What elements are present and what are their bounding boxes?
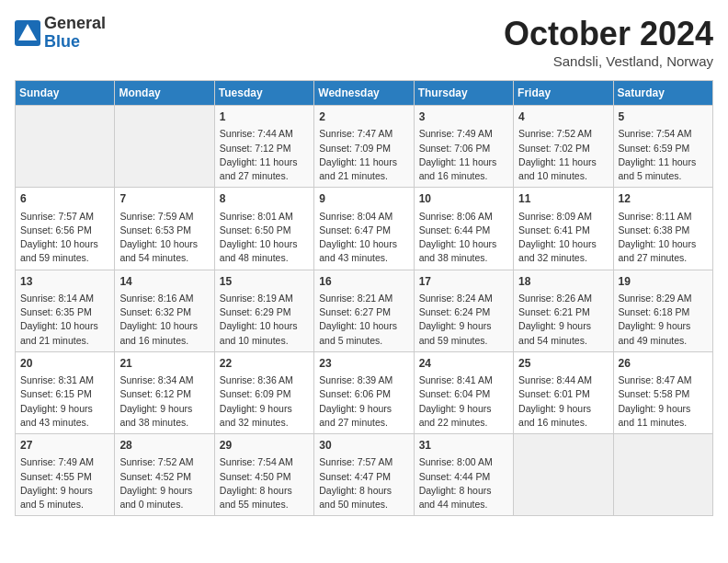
calendar-day-cell: 6Sunrise: 7:57 AMSunset: 6:56 PMDaylight… <box>16 188 115 270</box>
day-number: 1 <box>220 109 309 125</box>
day-info: Sunrise: 7:59 AMSunset: 6:53 PMDaylight:… <box>119 210 209 266</box>
day-number: 12 <box>619 191 708 207</box>
calendar-day-cell <box>16 106 115 188</box>
page-header: General Blue October 2024 Sandsli, Vestl… <box>15 15 713 69</box>
day-info: Sunrise: 8:36 AMSunset: 6:09 PMDaylight:… <box>220 373 309 430</box>
calendar-day-cell: 16Sunrise: 8:21 AMSunset: 6:27 PMDayligh… <box>314 270 414 351</box>
title-block: October 2024 Sandsli, Vestland, Norway <box>504 15 713 69</box>
day-number: 28 <box>119 438 209 454</box>
calendar-day-cell: 21Sunrise: 8:34 AMSunset: 6:12 PMDayligh… <box>115 351 214 433</box>
day-info: Sunrise: 7:52 AMSunset: 7:02 PMDaylight:… <box>518 127 608 183</box>
calendar-body: 1Sunrise: 7:44 AMSunset: 7:12 PMDaylight… <box>16 106 713 516</box>
day-number: 10 <box>419 191 508 207</box>
calendar-week-row: 20Sunrise: 8:31 AMSunset: 6:15 PMDayligh… <box>16 351 713 433</box>
day-number: 2 <box>319 109 408 125</box>
day-info: Sunrise: 7:49 AMSunset: 4:55 PMDaylight:… <box>20 455 109 511</box>
calendar-week-row: 27Sunrise: 7:49 AMSunset: 4:55 PMDayligh… <box>16 434 713 516</box>
calendar-day-cell: 26Sunrise: 8:47 AMSunset: 5:58 PMDayligh… <box>613 351 712 433</box>
logo-blue: Blue <box>44 33 106 52</box>
logo-icon <box>15 20 40 46</box>
day-info: Sunrise: 8:01 AMSunset: 6:50 PMDaylight:… <box>220 210 309 266</box>
calendar-day-cell: 23Sunrise: 8:39 AMSunset: 6:06 PMDayligh… <box>314 351 414 433</box>
weekday-header-cell: Friday <box>514 81 613 106</box>
day-info: Sunrise: 8:41 AMSunset: 6:04 PMDaylight:… <box>419 373 508 430</box>
day-info: Sunrise: 8:26 AMSunset: 6:21 PMDaylight:… <box>518 292 608 348</box>
day-number: 29 <box>220 438 309 454</box>
day-number: 9 <box>319 191 408 207</box>
calendar-day-cell <box>613 434 712 516</box>
calendar-day-cell: 2Sunrise: 7:47 AMSunset: 7:09 PMDaylight… <box>314 106 414 188</box>
day-number: 6 <box>20 191 109 207</box>
calendar-table: SundayMondayTuesdayWednesdayThursdayFrid… <box>15 80 713 516</box>
day-info: Sunrise: 8:19 AMSunset: 6:29 PMDaylight:… <box>220 292 309 348</box>
location: Sandsli, Vestland, Norway <box>504 53 713 69</box>
day-number: 23 <box>319 356 408 372</box>
calendar-day-cell: 24Sunrise: 8:41 AMSunset: 6:04 PMDayligh… <box>414 351 513 433</box>
weekday-header-cell: Monday <box>115 81 214 106</box>
day-number: 4 <box>518 109 608 125</box>
calendar-day-cell: 27Sunrise: 7:49 AMSunset: 4:55 PMDayligh… <box>16 434 115 516</box>
day-number: 7 <box>119 191 209 207</box>
day-info: Sunrise: 8:11 AMSunset: 6:38 PMDaylight:… <box>619 210 708 266</box>
calendar-day-cell: 18Sunrise: 8:26 AMSunset: 6:21 PMDayligh… <box>514 270 613 351</box>
calendar-day-cell: 4Sunrise: 7:52 AMSunset: 7:02 PMDaylight… <box>514 106 613 188</box>
day-info: Sunrise: 7:44 AMSunset: 7:12 PMDaylight:… <box>220 127 309 183</box>
calendar-day-cell: 31Sunrise: 8:00 AMSunset: 4:44 PMDayligh… <box>414 434 513 516</box>
day-info: Sunrise: 8:31 AMSunset: 6:15 PMDaylight:… <box>20 373 109 430</box>
weekday-header-cell: Wednesday <box>314 81 414 106</box>
weekday-header-row: SundayMondayTuesdayWednesdayThursdayFrid… <box>16 81 713 106</box>
calendar-day-cell: 17Sunrise: 8:24 AMSunset: 6:24 PMDayligh… <box>414 270 513 351</box>
day-number: 11 <box>518 191 608 207</box>
day-number: 22 <box>220 356 309 372</box>
day-number: 31 <box>419 438 508 454</box>
calendar-week-row: 1Sunrise: 7:44 AMSunset: 7:12 PMDaylight… <box>16 106 713 188</box>
day-number: 5 <box>619 109 708 125</box>
day-number: 3 <box>419 109 508 125</box>
calendar-day-cell: 9Sunrise: 8:04 AMSunset: 6:47 PMDaylight… <box>314 188 414 270</box>
day-info: Sunrise: 8:47 AMSunset: 5:58 PMDaylight:… <box>619 373 708 430</box>
logo-text: General Blue <box>44 15 106 52</box>
day-info: Sunrise: 8:06 AMSunset: 6:44 PMDaylight:… <box>419 210 508 266</box>
calendar-day-cell: 11Sunrise: 8:09 AMSunset: 6:41 PMDayligh… <box>514 188 613 270</box>
calendar-day-cell: 28Sunrise: 7:52 AMSunset: 4:52 PMDayligh… <box>115 434 214 516</box>
day-number: 19 <box>619 274 708 290</box>
calendar-day-cell: 8Sunrise: 8:01 AMSunset: 6:50 PMDaylight… <box>214 188 313 270</box>
day-number: 13 <box>20 274 109 290</box>
calendar-day-cell: 7Sunrise: 7:59 AMSunset: 6:53 PMDaylight… <box>115 188 214 270</box>
weekday-header-cell: Sunday <box>16 81 115 106</box>
calendar-day-cell: 14Sunrise: 8:16 AMSunset: 6:32 PMDayligh… <box>115 270 214 351</box>
day-number: 15 <box>220 274 309 290</box>
logo-general: General <box>44 15 106 33</box>
day-info: Sunrise: 8:34 AMSunset: 6:12 PMDaylight:… <box>119 373 209 430</box>
calendar-day-cell: 5Sunrise: 7:54 AMSunset: 6:59 PMDaylight… <box>613 106 712 188</box>
month-title: October 2024 <box>504 15 713 53</box>
day-info: Sunrise: 8:29 AMSunset: 6:18 PMDaylight:… <box>619 292 708 348</box>
calendar-day-cell: 30Sunrise: 7:57 AMSunset: 4:47 PMDayligh… <box>314 434 414 516</box>
day-info: Sunrise: 8:00 AMSunset: 4:44 PMDaylight:… <box>419 455 508 511</box>
calendar-day-cell: 10Sunrise: 8:06 AMSunset: 6:44 PMDayligh… <box>414 188 513 270</box>
day-info: Sunrise: 7:57 AMSunset: 6:56 PMDaylight:… <box>20 210 109 266</box>
day-info: Sunrise: 7:57 AMSunset: 4:47 PMDaylight:… <box>319 455 408 511</box>
calendar-day-cell: 19Sunrise: 8:29 AMSunset: 6:18 PMDayligh… <box>613 270 712 351</box>
day-info: Sunrise: 8:04 AMSunset: 6:47 PMDaylight:… <box>319 210 408 266</box>
day-number: 26 <box>619 356 708 372</box>
weekday-header-cell: Tuesday <box>214 81 313 106</box>
day-info: Sunrise: 8:24 AMSunset: 6:24 PMDaylight:… <box>419 292 508 348</box>
day-info: Sunrise: 8:16 AMSunset: 6:32 PMDaylight:… <box>119 292 209 348</box>
day-number: 14 <box>119 274 209 290</box>
day-number: 24 <box>419 356 508 372</box>
day-info: Sunrise: 8:21 AMSunset: 6:27 PMDaylight:… <box>319 292 408 348</box>
day-info: Sunrise: 8:39 AMSunset: 6:06 PMDaylight:… <box>319 373 408 430</box>
day-number: 25 <box>518 356 608 372</box>
day-info: Sunrise: 7:54 AMSunset: 6:59 PMDaylight:… <box>619 127 708 183</box>
day-number: 30 <box>319 438 408 454</box>
calendar-day-cell: 29Sunrise: 7:54 AMSunset: 4:50 PMDayligh… <box>214 434 313 516</box>
calendar-week-row: 13Sunrise: 8:14 AMSunset: 6:35 PMDayligh… <box>16 270 713 351</box>
day-number: 21 <box>119 356 209 372</box>
calendar-day-cell: 13Sunrise: 8:14 AMSunset: 6:35 PMDayligh… <box>16 270 115 351</box>
day-number: 27 <box>20 438 109 454</box>
day-number: 16 <box>319 274 408 290</box>
calendar-day-cell <box>514 434 613 516</box>
day-number: 17 <box>419 274 508 290</box>
day-info: Sunrise: 8:44 AMSunset: 6:01 PMDaylight:… <box>518 373 608 430</box>
